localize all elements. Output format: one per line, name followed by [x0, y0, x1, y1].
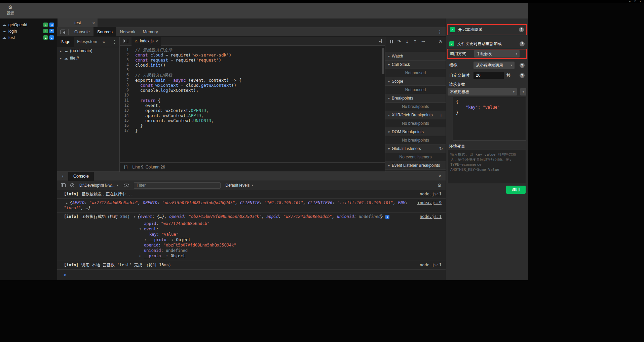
debugger-section-scope[interactable]: ▾Scope [385, 77, 446, 86]
chevron-icon[interactable]: ▸ [145, 237, 149, 242]
object-tree-node[interactable]: ▸__proto__: Object [57, 253, 446, 259]
cloud-function-item-login[interactable]: ☁loginLC [0, 28, 57, 34]
tab-console-drawer[interactable]: Console [68, 172, 94, 181]
cloud-debug-badge[interactable]: C [49, 29, 54, 33]
maximize-button[interactable]: □ [635, 0, 636, 3]
debugger-section-call-stack[interactable]: ▾Call Stack [385, 61, 446, 69]
expand-arrow-icon[interactable]: ▾ [134, 215, 136, 219]
params-template-select[interactable]: 不使用模板 ▾ [448, 88, 517, 96]
pause-icon[interactable] [390, 40, 393, 43]
show-debugger-icon[interactable]: ▸ [379, 39, 382, 43]
overflow-tabs-icon[interactable]: » [103, 39, 105, 44]
object-tree-node[interactable]: key: "value" [57, 232, 446, 237]
cloud-debug-badge[interactable]: C [49, 23, 54, 27]
console-settings-icon[interactable]: ⚙ [437, 183, 442, 188]
invoke-button[interactable]: 调用 [506, 186, 526, 194]
more-options-icon[interactable]: ⋮ [61, 174, 65, 179]
log-levels-dropdown[interactable]: Default levels ▾ [225, 183, 253, 188]
simulate-select[interactable]: 从小程序端调用 ▾ [473, 62, 515, 69]
refresh-icon[interactable]: ↻ [439, 146, 443, 151]
deactivate-breakpoints-icon[interactable]: ⊘ [439, 39, 442, 44]
step-into-icon[interactable]: ↓ [405, 39, 409, 44]
enable-local-debug-checkbox[interactable]: ✓ [450, 27, 455, 32]
object-tree-node[interactable]: ▸__proto__: Object [57, 237, 446, 242]
debugger-section-watch[interactable]: ▾Watch [385, 52, 446, 61]
cloud-function-item-test[interactable]: ☁testLC [0, 34, 57, 41]
file-tree-item[interactable]: ▸☁file:// [57, 54, 119, 62]
pretty-print-icon[interactable]: {} [123, 165, 128, 169]
source-link[interactable]: node.js:1 [420, 263, 442, 268]
minimize-button[interactable]: – [629, 0, 631, 3]
more-options-icon[interactable]: ⋮ [438, 29, 442, 35]
code-area[interactable]: 1234567891011121314151617 // 云函数入口文件cons… [120, 46, 385, 162]
help-icon[interactable]: ? [519, 27, 524, 32]
token: , [235, 200, 240, 205]
file-tab-indexjs[interactable]: ⚠ index.js × [131, 37, 161, 46]
timeout-label: 自定义超时 [449, 73, 473, 78]
file-tree-item[interactable]: ▸☁(no domain) [57, 47, 119, 54]
chevron-icon[interactable]: ▸ [139, 253, 144, 259]
token: ) [229, 52, 232, 58]
debugger-section-xhr-fetch-breakpoints[interactable]: ▾XHR/fetch Breakpoints+ [385, 111, 446, 119]
template-mini-dropdown[interactable]: ▾ [520, 88, 526, 96]
console-sidebar-icon[interactable] [61, 183, 66, 187]
navigator-tab-filesystem[interactable]: Filesystem [74, 37, 101, 47]
source-link[interactable]: node.js:1 [420, 192, 442, 197]
close-console-icon[interactable]: × [439, 174, 441, 179]
debugger-section-event-listener-breakpoints[interactable]: ▾Event Listener Breakpoints [385, 161, 446, 170]
help-icon[interactable]: ? [520, 41, 525, 46]
object-tree-node[interactable]: appid: "wx77124add68e6adcb" [57, 221, 446, 226]
debugger-section-dom-breakpoints[interactable]: ▾DOM Breakpoints [385, 128, 446, 136]
object-preview[interactable]: {APPID: "wx77124add68e6adcb", OPENID: "o… [64, 200, 410, 210]
cloud-debug-badge[interactable]: C [49, 35, 54, 40]
timeout-input[interactable] [473, 72, 504, 79]
auto-reload-checkbox[interactable]: ✓ [449, 41, 454, 46]
expand-arrow-icon[interactable]: ▸ [66, 201, 68, 205]
source-link[interactable]: node.js:1 [420, 214, 442, 219]
local-debug-badge[interactable]: L [43, 29, 48, 33]
close-icon[interactable]: × [156, 39, 158, 44]
info-icon[interactable]: i [385, 215, 389, 219]
cloud-function-item-getopenid[interactable]: ☁getOpenIdLC [0, 22, 57, 28]
step-icon[interactable]: → [421, 39, 425, 44]
help-icon[interactable]: ? [520, 63, 525, 68]
local-debug-badge[interactable]: L [43, 23, 48, 27]
tab-memory[interactable]: Memory [139, 27, 162, 37]
env-vars-textarea[interactable] [448, 150, 526, 183]
scrollbar-thumb[interactable] [382, 48, 384, 74]
execution-context-selector[interactable]: D:\Develop\微信w... ▾ [79, 183, 118, 188]
step-over-icon[interactable]: ↷ [397, 39, 401, 44]
chevron-icon[interactable]: ▾ [139, 226, 144, 232]
plus-icon[interactable]: + [439, 113, 443, 118]
clear-console-icon[interactable] [70, 183, 74, 187]
close-button[interactable]: × [640, 0, 641, 3]
console-filter-input[interactable] [134, 182, 221, 189]
eye-icon[interactable] [124, 184, 129, 187]
help-icon[interactable]: ? [520, 73, 525, 78]
line-number: 2 [120, 52, 129, 58]
settings-button[interactable]: ⚙ 设置 [3, 4, 17, 15]
navigator-tab-page[interactable]: Page [57, 37, 74, 47]
object-tree-node[interactable]: unionid: undefined [57, 248, 446, 253]
object-preview[interactable]: {event: {…}, openid: "obzFt5b07Vfd08Lno5… [138, 214, 383, 219]
tab-console[interactable]: Console [71, 27, 93, 37]
tab-network[interactable]: Network [116, 27, 139, 37]
console-prompt[interactable]: > [57, 270, 446, 278]
object-tree-node[interactable]: ▾event: [57, 226, 446, 232]
token: } [135, 128, 138, 133]
request-params-json-editor[interactable]: { "key": "value"} [453, 97, 526, 141]
source-link[interactable]: index.js:9 [417, 200, 442, 205]
debugger-section-global-listeners[interactable]: ▾Global Listeners↻ [385, 145, 446, 153]
local-debug-badge[interactable]: L [43, 35, 48, 40]
more-options-icon[interactable]: ⋮ [112, 39, 117, 44]
close-icon[interactable]: × [92, 21, 95, 25]
object-tree-node[interactable]: openid: "obzFt5b07Vfd08Lno5nhQxJ5QJ4k" [57, 242, 446, 248]
console-message: [info]函数执行成功（耗时 2ms）▾{event: {…}, openid… [57, 213, 446, 221]
devtools-tab-test[interactable]: test × [58, 18, 98, 27]
navigator-toggle-icon[interactable] [123, 39, 128, 43]
step-out-icon[interactable]: ↑ [413, 39, 417, 44]
tab-sources[interactable]: Sources [93, 27, 116, 37]
invoke-mode-select[interactable]: 手动触发 ▾ [474, 50, 520, 58]
inspect-element-icon[interactable] [61, 30, 65, 34]
debugger-section-breakpoints[interactable]: ▾Breakpoints [385, 94, 446, 103]
